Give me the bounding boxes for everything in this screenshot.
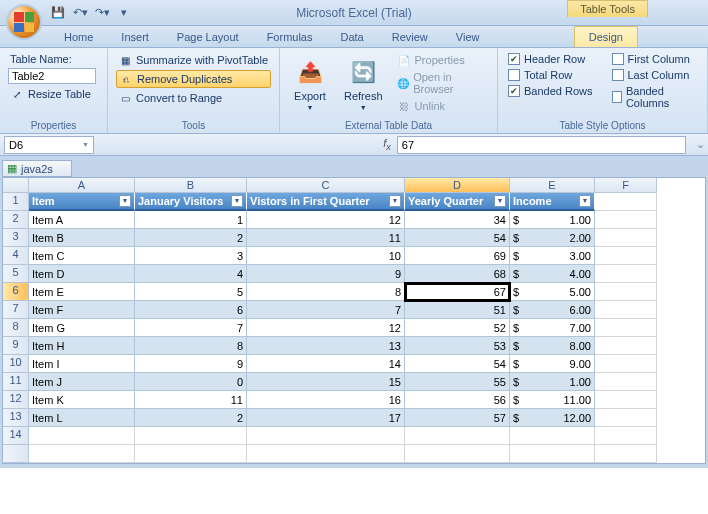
table-header-0[interactable]: Item▼ — [29, 193, 135, 211]
cell-E2[interactable]: $1.00 — [510, 211, 595, 229]
cell-A3[interactable]: Item B — [29, 229, 135, 247]
table-name-input[interactable] — [8, 68, 96, 84]
row-header-14[interactable]: 14 — [3, 427, 29, 445]
cell-D12[interactable]: 56 — [405, 391, 510, 409]
cell-C5[interactable]: 9 — [247, 265, 405, 283]
cell-B8[interactable]: 7 — [135, 319, 247, 337]
cell-A5[interactable]: Item D — [29, 265, 135, 283]
col-header-D[interactable]: D — [405, 178, 510, 193]
cell-F15[interactable] — [595, 445, 657, 463]
name-box[interactable]: D6▼ — [4, 136, 94, 154]
cell-D3[interactable]: 54 — [405, 229, 510, 247]
cell-D5[interactable]: 68 — [405, 265, 510, 283]
row-header-12[interactable]: 12 — [3, 391, 29, 409]
tab-page-layout[interactable]: Page Layout — [163, 27, 253, 47]
cell-C13[interactable]: 17 — [247, 409, 405, 427]
filter-dropdown-icon[interactable]: ▼ — [231, 195, 243, 207]
col-header-F[interactable]: F — [595, 178, 657, 193]
cell-B5[interactable]: 4 — [135, 265, 247, 283]
opt-banded-columns[interactable]: Banded Columns — [610, 84, 700, 110]
cell-C8[interactable]: 12 — [247, 319, 405, 337]
fx-icon[interactable]: fx — [377, 137, 397, 152]
cell-B6[interactable]: 5 — [135, 283, 247, 301]
cell-A15[interactable] — [29, 445, 135, 463]
cell-D8[interactable]: 52 — [405, 319, 510, 337]
cell-E5[interactable]: $4.00 — [510, 265, 595, 283]
cell-F9[interactable] — [595, 337, 657, 355]
row-header-15[interactable] — [3, 445, 29, 463]
row-header-11[interactable]: 11 — [3, 373, 29, 391]
refresh-button[interactable]: 🔄 Refresh▼ — [338, 52, 389, 118]
cell-F6[interactable] — [595, 283, 657, 301]
cell-A9[interactable]: Item H — [29, 337, 135, 355]
cell-E10[interactable]: $9.00 — [510, 355, 595, 373]
cell-B3[interactable]: 2 — [135, 229, 247, 247]
cell-F12[interactable] — [595, 391, 657, 409]
office-button[interactable] — [6, 4, 42, 40]
formula-input[interactable] — [397, 136, 686, 154]
save-icon[interactable]: 💾 — [50, 5, 66, 21]
cell-E13[interactable]: $12.00 — [510, 409, 595, 427]
redo-icon[interactable]: ↷▾ — [94, 5, 110, 21]
cell-F10[interactable] — [595, 355, 657, 373]
expand-formula-icon[interactable]: ⌄ — [692, 138, 708, 151]
workbook-tab[interactable]: ▦java2s — [2, 160, 72, 177]
col-header-E[interactable]: E — [510, 178, 595, 193]
cell-A11[interactable]: Item J — [29, 373, 135, 391]
cell-B10[interactable]: 9 — [135, 355, 247, 373]
cell-F8[interactable] — [595, 319, 657, 337]
resize-table-button[interactable]: ⤢ Resize Table — [8, 86, 99, 102]
cell-B11[interactable]: 0 — [135, 373, 247, 391]
cell-F1[interactable] — [595, 193, 657, 211]
cell-C14[interactable] — [247, 427, 405, 445]
cell-E11[interactable]: $1.00 — [510, 373, 595, 391]
cell-E9[interactable]: $8.00 — [510, 337, 595, 355]
select-all-corner[interactable] — [3, 178, 29, 193]
cell-B14[interactable] — [135, 427, 247, 445]
row-header-7[interactable]: 7 — [3, 301, 29, 319]
cell-B2[interactable]: 1 — [135, 211, 247, 229]
cell-C7[interactable]: 7 — [247, 301, 405, 319]
filter-dropdown-icon[interactable]: ▼ — [494, 195, 506, 207]
cell-F7[interactable] — [595, 301, 657, 319]
table-header-3[interactable]: Yearly Quarter▼ — [405, 193, 510, 211]
cell-E12[interactable]: $11.00 — [510, 391, 595, 409]
cell-D15[interactable] — [405, 445, 510, 463]
opt-first-column[interactable]: First Column — [610, 52, 700, 66]
tab-insert[interactable]: Insert — [107, 27, 163, 47]
cell-C2[interactable]: 12 — [247, 211, 405, 229]
cell-E6[interactable]: $5.00 — [510, 283, 595, 301]
cell-A13[interactable]: Item L — [29, 409, 135, 427]
cell-C9[interactable]: 13 — [247, 337, 405, 355]
cell-B4[interactable]: 3 — [135, 247, 247, 265]
cell-D2[interactable]: 34 — [405, 211, 510, 229]
cell-C10[interactable]: 14 — [247, 355, 405, 373]
export-button[interactable]: 📤 Export▼ — [288, 52, 332, 118]
cell-D13[interactable]: 57 — [405, 409, 510, 427]
cell-C4[interactable]: 10 — [247, 247, 405, 265]
col-header-A[interactable]: A — [29, 178, 135, 193]
cell-E8[interactable]: $7.00 — [510, 319, 595, 337]
remove-duplicates-button[interactable]: ⎌Remove Duplicates — [116, 70, 271, 88]
cell-F5[interactable] — [595, 265, 657, 283]
cell-B13[interactable]: 2 — [135, 409, 247, 427]
row-header-8[interactable]: 8 — [3, 319, 29, 337]
cell-A12[interactable]: Item K — [29, 391, 135, 409]
row-header-1[interactable]: 1 — [3, 193, 29, 211]
row-header-5[interactable]: 5 — [3, 265, 29, 283]
col-header-C[interactable]: C — [247, 178, 405, 193]
cell-C12[interactable]: 16 — [247, 391, 405, 409]
cell-F2[interactable] — [595, 211, 657, 229]
col-header-B[interactable]: B — [135, 178, 247, 193]
tab-data[interactable]: Data — [326, 27, 377, 47]
qat-customize-icon[interactable]: ▾ — [116, 5, 132, 21]
opt-last-column[interactable]: Last Column — [610, 68, 700, 82]
cell-C3[interactable]: 11 — [247, 229, 405, 247]
cell-B9[interactable]: 8 — [135, 337, 247, 355]
cell-A6[interactable]: Item E — [29, 283, 135, 301]
undo-icon[interactable]: ↶▾ — [72, 5, 88, 21]
table-header-2[interactable]: Vistors in First Quarter▼ — [247, 193, 405, 211]
cell-A2[interactable]: Item A — [29, 211, 135, 229]
row-header-4[interactable]: 4 — [3, 247, 29, 265]
summarize-pivot-button[interactable]: ▦Summarize with PivotTable — [116, 52, 271, 68]
